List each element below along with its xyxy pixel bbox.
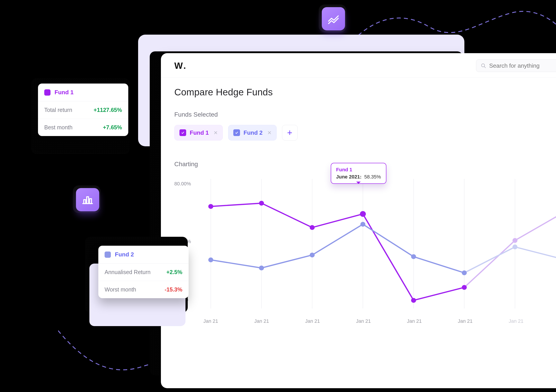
stat-value: +7.65% (103, 124, 122, 131)
svg-point-10 (208, 204, 213, 209)
svg-point-16 (512, 238, 517, 243)
barchart-icon (82, 194, 93, 205)
svg-point-20 (310, 253, 315, 257)
svg-line-1 (484, 67, 486, 68)
stat-key: Annualised Return (105, 269, 151, 275)
x-tick: Jan 21 (305, 318, 320, 324)
chip-fund-1[interactable]: Fund 1 × (174, 125, 223, 141)
card-title: Fund 2 (115, 251, 134, 258)
close-icon[interactable]: × (268, 129, 271, 136)
stat-value: -15.3% (165, 286, 182, 293)
checkbox-icon (233, 129, 240, 136)
x-tick: Jan 21 (458, 318, 473, 324)
stat-row: Total return +1127.65% (38, 101, 128, 119)
app-window: W Compare Hedge Funds Funds Selected Fun… (161, 53, 556, 388)
app-header: W (161, 53, 556, 77)
color-swatch (105, 251, 111, 258)
tooltip-value: 58.35% (364, 174, 381, 180)
checkbox-icon (179, 129, 186, 136)
card-header: Fund 1 (38, 83, 128, 101)
svg-point-14 (411, 298, 416, 303)
x-tick: Jan 21 (356, 318, 371, 324)
stat-card-fund-1: Fund 1 Total return +1127.65% Best month… (38, 83, 128, 136)
page-title: Compare Hedge Funds (174, 87, 556, 98)
add-fund-button[interactable]: + (282, 125, 298, 141)
svg-point-19 (259, 266, 264, 270)
card-header: Fund 2 (98, 246, 189, 264)
content-area: Compare Hedge Funds Funds Selected Fund … (161, 77, 556, 326)
x-tick: Jan 21 (254, 318, 269, 324)
svg-rect-27 (87, 197, 89, 204)
chart-svg (203, 179, 556, 309)
search-field[interactable] (489, 62, 556, 69)
svg-point-0 (482, 64, 485, 67)
tooltip-period: June 2021: (336, 174, 362, 180)
stat-row: Annualised Return +2.5% (98, 264, 189, 281)
tooltip-series-name: Fund 1 (336, 167, 381, 173)
x-tick: Jan 21 (407, 318, 422, 324)
svg-rect-28 (90, 199, 92, 204)
fund-chips-row: Fund 1 × Fund 2 × + (174, 125, 556, 141)
svg-rect-26 (84, 200, 86, 204)
svg-point-21 (361, 222, 365, 226)
chip-label: Fund 1 (190, 129, 209, 136)
close-icon[interactable]: × (214, 129, 218, 136)
funds-selected-label: Funds Selected (174, 111, 556, 118)
chip-fund-2[interactable]: Fund 2 × (228, 125, 277, 141)
stat-row: Worst month -15.3% (98, 281, 189, 298)
svg-point-24 (512, 245, 517, 249)
chart-tooltip: Fund 1 June 2021: 58.35% (331, 163, 386, 184)
stat-card-fund-2: Fund 2 Annualised Return +2.5% Worst mon… (98, 246, 189, 298)
plot-area: Fund 1 June 2021: 58.35% (203, 179, 556, 309)
svg-point-15 (462, 285, 467, 290)
stat-key: Best month (44, 124, 72, 131)
x-axis-labels: Jan 21 Jan 21 Jan 21 Jan 21 Jan 21 Jan 2… (203, 318, 556, 324)
stat-row: Best month +7.65% (38, 119, 128, 136)
stat-value: +1127.65% (94, 107, 122, 113)
svg-point-18 (208, 257, 213, 262)
chart: 80.00% 40.00% 0.00% (174, 174, 556, 326)
svg-point-11 (259, 201, 264, 205)
chip-label: Fund 2 (244, 129, 263, 136)
brand-letter: W (174, 61, 183, 71)
search-input[interactable] (476, 60, 556, 72)
trend-icon (328, 13, 339, 25)
tooltip-value-row: June 2021: 58.35% (336, 174, 381, 180)
trend-tile (322, 7, 345, 30)
brand-dot (184, 61, 186, 71)
svg-point-23 (462, 271, 467, 275)
svg-point-13 (360, 211, 366, 217)
stat-key: Worst month (105, 286, 136, 293)
x-tick: Jan 21 (203, 318, 218, 324)
search-icon (481, 63, 486, 68)
x-tick: Jan 21 (509, 318, 523, 324)
card-title: Fund 1 (54, 89, 74, 96)
svg-point-12 (310, 225, 315, 230)
brand-logo: W (174, 61, 186, 71)
barchart-tile (76, 188, 99, 211)
stat-value: +2.5% (166, 269, 182, 275)
stat-key: Total return (44, 107, 72, 113)
y-tick: 80.00% (174, 181, 191, 187)
color-swatch (44, 89, 51, 96)
svg-point-22 (411, 254, 416, 259)
